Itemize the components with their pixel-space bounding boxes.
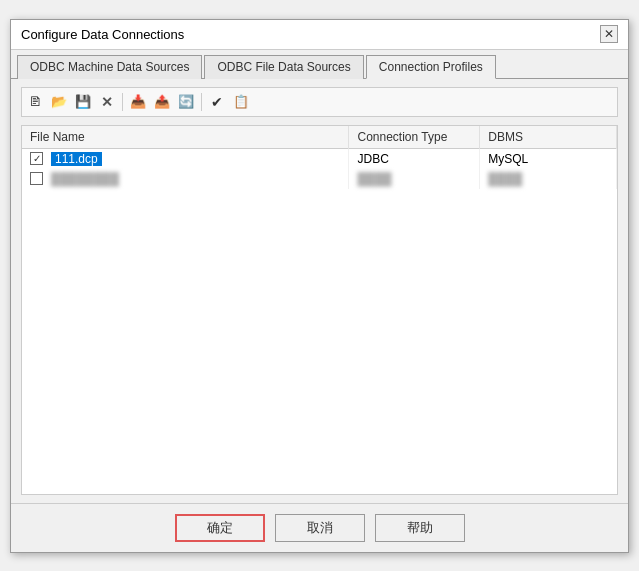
file-name-blurred: ████████ [51,172,119,186]
tab-odbc-machine[interactable]: ODBC Machine Data Sources [17,55,202,79]
dbms-cell: MySQL [480,148,617,169]
toolbar: 🖹 📂 💾 ✕ 📥 📤 🔄 ✔ 📋 [21,87,618,117]
tab-connection-profiles[interactable]: Connection Profiles [366,55,496,79]
connection-type-cell-2: ████ [349,169,480,189]
close-button[interactable]: ✕ [600,25,618,43]
row-checkbox-2[interactable] [30,172,43,185]
col-connection-type: Connection Type [349,126,480,149]
new-button[interactable]: 🖹 [24,91,46,113]
save-button[interactable]: 💾 [72,91,94,113]
separator-2 [201,93,202,111]
refresh-button[interactable]: 🔄 [175,91,197,113]
copy-button[interactable]: 📋 [230,91,252,113]
help-button[interactable]: 帮助 [375,514,465,542]
table-row[interactable]: ████████ ████ ████ [22,169,617,189]
connection-type-cell: JDBC [349,148,480,169]
cancel-button[interactable]: 取消 [275,514,365,542]
separator-1 [122,93,123,111]
file-name-cell[interactable]: ✓ 111.dcp [22,148,349,169]
dialog-footer: 确定 取消 帮助 [11,503,628,552]
data-table: File Name Connection Type DBMS ✓ 111.dcp [22,126,617,189]
configure-data-connections-dialog: Configure Data Connections ✕ ODBC Machin… [10,19,629,553]
data-table-container: File Name Connection Type DBMS ✓ 111.dcp [21,125,618,495]
file-name-value: 111.dcp [51,152,102,166]
col-file-name: File Name [22,126,349,149]
open-button[interactable]: 📂 [48,91,70,113]
export-button[interactable]: 📤 [151,91,173,113]
file-name-cell-2[interactable]: ████████ [22,169,349,189]
dbms-cell-2: ████ [480,169,617,189]
dialog-title: Configure Data Connections [21,27,184,42]
title-bar: Configure Data Connections ✕ [11,20,628,50]
col-dbms: DBMS [480,126,617,149]
tab-odbc-file[interactable]: ODBC File Data Sources [204,55,363,79]
table-row[interactable]: ✓ 111.dcp JDBC MySQL [22,148,617,169]
tab-content: 🖹 📂 💾 ✕ 📥 📤 🔄 ✔ 📋 File Name Connection T… [11,79,628,503]
confirm-button[interactable]: 确定 [175,514,265,542]
row-checkbox[interactable]: ✓ [30,152,43,165]
import-button[interactable]: 📥 [127,91,149,113]
checkmark-button[interactable]: ✔ [206,91,228,113]
tab-bar: ODBC Machine Data Sources ODBC File Data… [11,50,628,79]
delete-button[interactable]: ✕ [96,91,118,113]
table-header-row: File Name Connection Type DBMS [22,126,617,149]
